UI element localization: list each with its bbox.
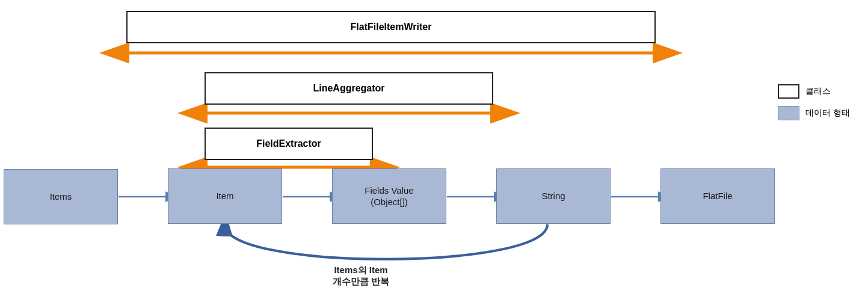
arrows-svg: [0, 0, 868, 302]
legend-data-label: 데이터 형태: [805, 108, 850, 119]
legend-class-label: 클래스: [805, 86, 831, 97]
string-label: String: [541, 190, 565, 202]
items-box: Items: [4, 169, 118, 224]
flat-file-label: FlatFile: [703, 190, 732, 202]
flat-file-item-writer-box: FlatFileItemWriter: [126, 11, 656, 43]
legend-class-item: 클래스: [778, 84, 850, 99]
legend: 클래스 데이터 형태: [778, 84, 850, 120]
repeat-label: Items의 Item 개수만큼 반복: [295, 265, 427, 288]
items-label: Items: [50, 191, 72, 203]
repeat-line2: 개수만큼 반복: [333, 276, 389, 286]
legend-class-icon: [778, 84, 799, 99]
curved-arrow-loop: [225, 224, 547, 259]
field-extractor-label: FieldExtractor: [256, 138, 321, 149]
line-aggregator-label: LineAggregator: [313, 83, 384, 94]
item-label: Item: [216, 190, 233, 202]
legend-data-item: 데이터 형태: [778, 106, 850, 120]
fields-value-box: Fields Value(Object[]): [332, 168, 446, 224]
line-aggregator-box: LineAggregator: [205, 72, 493, 105]
item-box: Item: [168, 168, 282, 224]
legend-data-icon: [778, 106, 799, 120]
fields-value-label: Fields Value(Object[]): [365, 185, 413, 208]
diagram-container: FlatFileItemWriter LineAggregator FieldE…: [0, 0, 868, 302]
flat-file-box: FlatFile: [660, 168, 775, 224]
field-extractor-box: FieldExtractor: [205, 128, 373, 160]
flat-file-item-writer-label: FlatFileItemWriter: [351, 22, 432, 32]
string-box: String: [496, 168, 611, 224]
repeat-line1: Items의 Item: [334, 265, 387, 275]
